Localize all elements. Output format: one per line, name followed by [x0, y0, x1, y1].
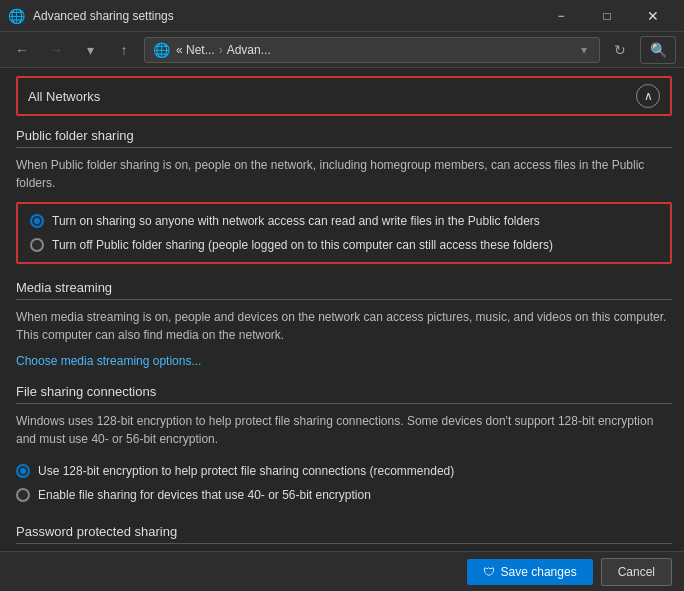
- globe-icon: 🌐: [153, 42, 170, 58]
- back-button[interactable]: ←: [8, 36, 36, 64]
- path-separator: ›: [219, 43, 223, 57]
- all-networks-label: All Networks: [28, 89, 636, 104]
- media-streaming-section: Media streaming When media streaming is …: [16, 280, 684, 368]
- minimize-button[interactable]: −: [538, 0, 584, 32]
- file-sharing-desc: Windows uses 128-bit encryption to help …: [16, 412, 672, 448]
- public-folder-title: Public folder sharing: [16, 128, 672, 148]
- media-streaming-title: Media streaming: [16, 280, 672, 300]
- collapse-button[interactable]: ∧: [636, 84, 660, 108]
- save-button[interactable]: 🛡 Save changes: [467, 559, 593, 585]
- public-folder-radio1[interactable]: [30, 214, 44, 228]
- public-folder-radio-group: Turn on sharing so anyone with network a…: [16, 202, 672, 264]
- public-folder-radio2[interactable]: [30, 238, 44, 252]
- address-box[interactable]: 🌐 « Net... › Advan... ▾: [144, 37, 600, 63]
- bottom-toolbar: 🛡 Save changes Cancel: [0, 551, 684, 591]
- refresh-button[interactable]: ↻: [606, 36, 634, 64]
- file-sharing-radio2[interactable]: [16, 488, 30, 502]
- public-folder-option2[interactable]: Turn off Public folder sharing (people l…: [30, 236, 658, 254]
- window-title: Advanced sharing settings: [33, 9, 530, 23]
- public-folder-desc: When Public folder sharing is on, people…: [16, 156, 672, 192]
- public-folder-label2: Turn off Public folder sharing (people l…: [52, 236, 553, 254]
- password-sharing-section: Password protected sharing When password…: [16, 524, 684, 551]
- address-dropdown-icon[interactable]: ▾: [577, 43, 591, 57]
- file-sharing-label1: Use 128-bit encryption to help protect f…: [38, 462, 454, 480]
- path-part-1: « Net...: [176, 43, 215, 57]
- address-path: « Net... › Advan...: [176, 43, 271, 57]
- scroll-area[interactable]: All Networks ∧ Public folder sharing Whe…: [0, 68, 684, 551]
- file-sharing-label2: Enable file sharing for devices that use…: [38, 486, 371, 504]
- file-sharing-radio-group: Use 128-bit encryption to help protect f…: [16, 458, 672, 508]
- public-folder-option1[interactable]: Turn on sharing so anyone with network a…: [30, 212, 658, 230]
- file-sharing-option1[interactable]: Use 128-bit encryption to help protect f…: [16, 462, 672, 480]
- file-sharing-radio1[interactable]: [16, 464, 30, 478]
- recent-button[interactable]: ▾: [76, 36, 104, 64]
- title-bar: 🌐 Advanced sharing settings − □ ✕: [0, 0, 684, 32]
- main-content: All Networks ∧ Public folder sharing Whe…: [0, 68, 684, 591]
- public-folder-label1: Turn on sharing so anyone with network a…: [52, 212, 540, 230]
- close-button[interactable]: ✕: [630, 0, 676, 32]
- media-streaming-link[interactable]: Choose media streaming options...: [16, 354, 201, 368]
- password-sharing-title: Password protected sharing: [16, 524, 672, 544]
- file-sharing-option2[interactable]: Enable file sharing for devices that use…: [16, 486, 672, 504]
- file-sharing-section: File sharing connections Windows uses 12…: [16, 384, 684, 508]
- file-sharing-title: File sharing connections: [16, 384, 672, 404]
- up-button[interactable]: ↑: [110, 36, 138, 64]
- forward-button[interactable]: →: [42, 36, 70, 64]
- cancel-button[interactable]: Cancel: [601, 558, 672, 586]
- all-networks-header[interactable]: All Networks ∧: [16, 76, 672, 116]
- path-part-2: Advan...: [227, 43, 271, 57]
- save-label: Save changes: [501, 565, 577, 579]
- search-button[interactable]: 🔍: [640, 36, 676, 64]
- public-folder-section: Public folder sharing When Public folder…: [16, 128, 684, 264]
- app-icon: 🌐: [8, 8, 25, 24]
- address-bar: ← → ▾ ↑ 🌐 « Net... › Advan... ▾ ↻ 🔍: [0, 32, 684, 68]
- maximize-button[interactable]: □: [584, 0, 630, 32]
- save-icon: 🛡: [483, 565, 495, 579]
- media-streaming-desc: When media streaming is on, people and d…: [16, 308, 672, 344]
- window-controls: − □ ✕: [538, 0, 676, 32]
